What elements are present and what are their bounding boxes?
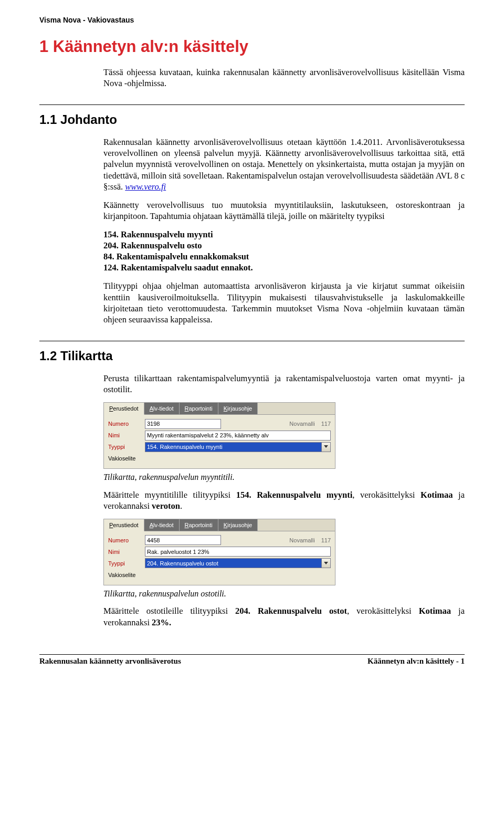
- tilityyppi-list: 154. Rakennuspalvelu myynti 204. Rakennu…: [103, 229, 465, 273]
- label-numero: Numero: [108, 537, 145, 544]
- label-vakioselite: Vakioselite: [108, 455, 145, 462]
- text: .: [180, 501, 182, 511]
- tab-alv-tiedot[interactable]: Alv-tiedot: [144, 519, 180, 531]
- field-tyyppi[interactable]: 204. Rakennuspalvelu ostot: [145, 558, 322, 568]
- list-item: 84. Rakentamispalvelu ennakkomaksut: [103, 251, 465, 262]
- label-nimi: Nimi: [108, 548, 145, 556]
- sec1-p3: Tilityyppi ohjaa ohjelman automaattista …: [103, 280, 465, 324]
- list-item: 124. Rakentamispalvelu saadut ennakot.: [103, 262, 465, 273]
- tab-bar: Perustiedot Alv-tiedot Raportointi Kirja…: [104, 519, 335, 531]
- text: Määrittele ostotileille tilityypiksi: [103, 606, 235, 616]
- text: Määrittele myyntitilille tilityypiksi: [103, 490, 236, 500]
- dropdown-icon[interactable]: [322, 442, 331, 452]
- intro-paragraph: Tässä ohjeessa kuvataan, kuinka rakennus…: [103, 67, 465, 89]
- field-tyyppi[interactable]: 154. Rakennuspalvelu myynti: [145, 442, 322, 452]
- label-numero: Numero: [108, 420, 145, 427]
- extra-117: 117: [321, 420, 331, 427]
- footer-rule: [39, 654, 465, 655]
- list-item: 154. Rakennuspalvelu myynti: [103, 229, 465, 240]
- vero-link[interactable]: www.vero.fi: [125, 182, 166, 192]
- caption-shot2: Tilikartta, rakennuspalvelun ostotili.: [103, 589, 465, 599]
- tab-kirjausohje[interactable]: Kirjausohje: [218, 519, 258, 531]
- sec2-p3: Määrittele ostotileille tilityypiksi 204…: [103, 605, 465, 627]
- field-numero[interactable]: 3198: [145, 419, 221, 429]
- label-tyyppi: Tyyppi: [108, 443, 145, 450]
- text-bold: Kotimaa: [419, 606, 451, 616]
- tab-raportointi[interactable]: Raportointi: [180, 519, 218, 531]
- row-nimi: Nimi Myynti rakentamispalvelut 2 23%, kä…: [108, 429, 331, 441]
- extra-novamalli: Novamalli: [289, 537, 314, 544]
- tab-raportointi[interactable]: Raportointi: [180, 403, 218, 414]
- text-bold: 204. Rakennuspalvelu ostot: [235, 606, 347, 616]
- label-tyyppi: Tyyppi: [108, 560, 145, 567]
- caption-shot1: Tilikartta, rakennuspalvelun myyntitili.: [103, 472, 465, 483]
- text-bold: Kotimaa: [421, 490, 453, 500]
- heading-1-2: 1.2 Tilikartta: [39, 341, 465, 363]
- sec2-p1: Perusta tilikarttaan rakentamispalvelumy…: [103, 373, 465, 395]
- sec2-p2: Määrittele myyntitilille tilityypiksi 15…: [103, 489, 465, 511]
- row-numero: Numero 4458 Novamalli 117: [108, 534, 331, 546]
- sec1-p2: Käännetty verovelvollisuus tuo muutoksia…: [103, 200, 465, 222]
- field-nimi[interactable]: Myynti rakentamispalvelut 2 23%, käännet…: [145, 431, 331, 441]
- row-vakioselite: Vakioselite: [108, 453, 331, 464]
- text-bold: veroton: [152, 501, 180, 511]
- tab-perustiedot[interactable]: PPerustiedoterustiedot: [104, 403, 144, 415]
- heading-1: 1 Käännetyn alv:n käsittely: [39, 37, 465, 56]
- text: , verokäsittelyksi: [347, 606, 419, 616]
- sec1-p1: Rakennusalan käännetty arvonlisäverovelv…: [103, 137, 465, 192]
- svg-marker-1: [324, 562, 328, 564]
- document-header: Visma Nova - Vakiovastaus: [39, 16, 465, 24]
- dropdown-icon[interactable]: [322, 558, 331, 568]
- label-nimi: Nimi: [108, 432, 145, 439]
- row-vakioselite: Vakioselite: [108, 569, 331, 581]
- row-nimi: Nimi Rak. palveluostot 1 23%: [108, 546, 331, 558]
- text: , verokäsittelyksi: [352, 490, 421, 500]
- tab-alv-tiedot[interactable]: Alv-tiedot: [144, 403, 180, 414]
- extra-117: 117: [321, 537, 331, 544]
- tab-kirjausohje[interactable]: Kirjausohje: [218, 403, 258, 414]
- field-nimi[interactable]: Rak. palveluostot 1 23%: [145, 547, 331, 557]
- row-tyyppi: Tyyppi 154. Rakennuspalvelu myynti: [108, 441, 331, 453]
- tab-perustiedot[interactable]: Perustiedot: [104, 519, 144, 531]
- list-item: 204. Rakennuspalvelu osto: [103, 240, 465, 251]
- svg-marker-0: [324, 445, 328, 448]
- row-tyyppi: Tyyppi 204. Rakennuspalvelu ostot: [108, 558, 331, 569]
- extra-novamalli: Novamalli: [289, 420, 314, 427]
- text-bold: 154. Rakennuspalvelu myynti: [236, 490, 353, 500]
- screenshot-tilikartta-myynti: PPerustiedoterustiedot Alv-tiedot Raport…: [103, 402, 335, 469]
- footer-right: Käännetyn alv:n käsittely - 1: [368, 657, 465, 666]
- row-numero: Numero 3198 Novamalli 117: [108, 418, 331, 429]
- label-vakioselite: Vakioselite: [108, 571, 145, 579]
- heading-1-1: 1.1 Johdanto: [39, 104, 465, 127]
- field-numero[interactable]: 4458: [145, 535, 221, 545]
- text-bold: 23%.: [152, 617, 171, 627]
- footer-left: Rakennusalan käännetty arvonlisäverotus: [39, 657, 181, 666]
- screenshot-tilikartta-osto: Perustiedot Alv-tiedot Raportointi Kirja…: [103, 519, 335, 585]
- tab-bar: PPerustiedoterustiedot Alv-tiedot Raport…: [104, 403, 335, 415]
